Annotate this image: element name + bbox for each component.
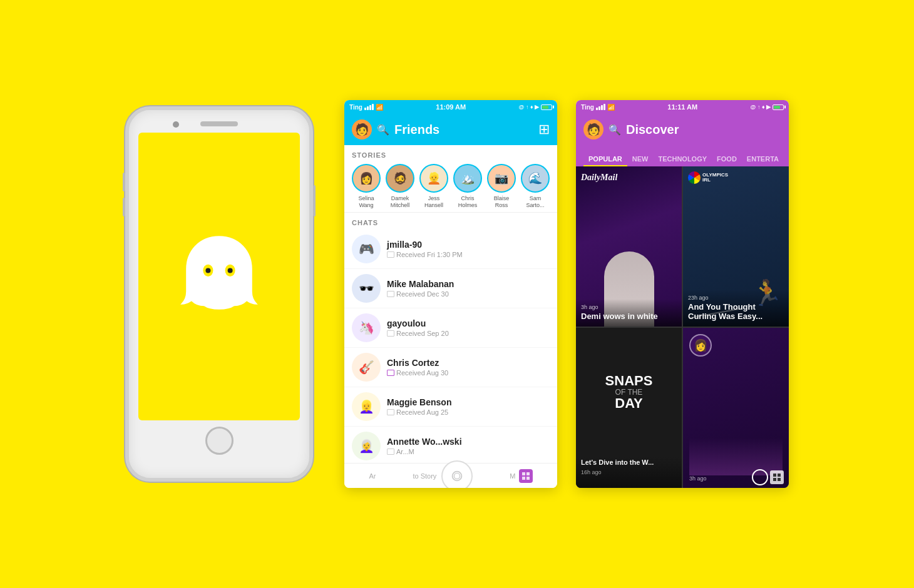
chat-mike[interactable]: 🕶️ Mike Malabanan Received Dec 30: [344, 269, 557, 308]
signal-bar-4: [372, 104, 374, 110]
friends-status-bar: Ting 📶 11:09 AM @ ↑ ♦ ▶: [344, 100, 557, 114]
story-selina[interactable]: 👩 Selina Wang: [352, 164, 381, 209]
discover-screen: Ting 📶 11:11 AM @ ↑ ♦ ▶ 🧑 🔍 Discover: [576, 100, 789, 488]
tab-new[interactable]: NEW: [627, 153, 654, 166]
chat-maggie[interactable]: 👱‍♀️ Maggie Benson Received Aug 25: [344, 387, 557, 427]
chat-avatar-annette: 👩‍🦳: [352, 432, 381, 460]
tab-entertainment[interactable]: ENTERTA: [742, 153, 784, 166]
camera-icon: [450, 469, 464, 483]
story-name-selina: Selina Wang: [352, 195, 381, 209]
chat-annette[interactable]: 👩‍🦳 Annette Wo...wski Ar...M: [344, 427, 557, 463]
discover-card-olympics[interactable]: OLYMPICS IRL 🏃 23h ago And You Thought C…: [683, 166, 789, 327]
chat-icon-gayoulou: [387, 330, 394, 337]
olympics-time: 23h ago: [688, 295, 784, 301]
svg-rect-7: [526, 472, 530, 475]
story-jess[interactable]: 👱 Jess Hansell: [419, 164, 448, 209]
tab-food[interactable]: FOOD: [712, 153, 742, 166]
bottom-left-text: Ar: [369, 472, 376, 480]
tab-technology[interactable]: TECHNOLOGY: [653, 153, 712, 166]
story-sam[interactable]: 🌊 Sam Sarto...: [521, 164, 550, 209]
story-avatar-sam: 🌊: [521, 164, 550, 193]
chat-name-gayoulou: gayoulou: [387, 318, 550, 328]
bottom-to-story: to Story: [413, 472, 436, 480]
svg-point-3: [228, 268, 233, 273]
chat-icon-chris-cortez: [387, 370, 394, 376]
story-avatar-damek: 🧔: [386, 164, 414, 193]
story-chris-holmes[interactable]: 🏔️ Chris Holmes: [453, 164, 482, 209]
discover-time: 11:11 AM: [667, 103, 697, 111]
svg-rect-6: [522, 472, 525, 475]
chat-sub-maggie: Received Aug 25: [387, 408, 550, 416]
phone-side-button-left-top: [123, 173, 125, 191]
signal-bar-2: [367, 106, 369, 110]
chat-info-jmilla: jmilla-90 Received Fri 1:30 PM: [387, 240, 550, 258]
d-bar4: [603, 104, 605, 110]
discover-card-demi[interactable]: DailyMail 3h ago Demi wows in white: [576, 166, 682, 327]
discover-title: Discover: [626, 123, 679, 137]
signal-bar-1: [364, 108, 366, 110]
search-icon[interactable]: 🔍: [377, 124, 389, 136]
discover-tabs: POPULAR NEW TECHNOLOGY FOOD ENTERTA: [576, 145, 789, 166]
stories-section: STORIES 👩 Selina Wang 🧔 Damek Mitchell 👱…: [344, 145, 557, 213]
discover-signal: [596, 104, 605, 110]
camera-button[interactable]: [441, 460, 473, 489]
olympics-text: OLYMPICS IRL: [702, 173, 728, 183]
discover-carrier: Ting: [581, 104, 594, 111]
phone-device: [125, 106, 313, 482]
chat-avatar-jmilla: 🎮: [352, 235, 381, 263]
discover-content-grid: DailyMail 3h ago Demi wows in white OLYM…: [576, 166, 789, 488]
chat-sub-jmilla: Received Fri 1:30 PM: [387, 251, 550, 258]
tab-popular[interactable]: POPULAR: [583, 153, 627, 166]
nav-circle-icon[interactable]: [752, 469, 768, 485]
bottom-center: to Story: [413, 460, 473, 489]
chat-jmilla[interactable]: 🎮 jmilla-90 Received Fri 1:30 PM: [344, 230, 557, 269]
chat-name-annette: Annette Wo...wski: [387, 437, 550, 447]
nav-grid-icon[interactable]: [770, 470, 784, 484]
add-friend-button[interactable]: ⊞: [538, 121, 550, 138]
discover-card-snaps[interactable]: SNAPS OF THE DAY 16h ago Let's Dive into…: [576, 328, 682, 488]
status-icons: @ ↑ ♦ ▶: [519, 104, 539, 110]
phone-side-button-left-bottom: [123, 198, 125, 216]
olympics-overlay: 23h ago And You Thought Curling Was Easy…: [683, 290, 789, 327]
chat-name-mike: Mike Malabanan: [387, 279, 550, 289]
dailymail-logo: DailyMail: [581, 171, 617, 183]
snaps-subtitle: Let's Dive into the W...: [581, 459, 677, 466]
chat-chris-cortez[interactable]: 🎸 Chris Cortez Received Aug 30: [344, 348, 557, 387]
chat-avatar-gayoulou: 🦄: [352, 313, 381, 342]
chat-info-annette: Annette Wo...wski Ar...M: [387, 437, 550, 455]
svg-rect-11: [778, 474, 781, 477]
discover-user-avatar[interactable]: 🧑: [583, 119, 603, 139]
bottom-right-m: M: [510, 472, 515, 480]
svg-rect-10: [773, 474, 776, 477]
snaps-text-block: SNAPS OF THE DAY: [605, 374, 653, 410]
story-name-blaise: Blaise Ross: [487, 195, 516, 209]
friends-header-left: 🧑 🔍 Friends: [352, 119, 439, 139]
friends-header: 🧑 🔍 Friends ⊞: [344, 114, 557, 145]
bottom-right: M: [510, 469, 532, 483]
status-right: @ ↑ ♦ ▶: [519, 104, 552, 110]
discover-nav-icons: [752, 469, 784, 485]
phone-home-button[interactable]: [205, 427, 234, 455]
stories-grid-icon[interactable]: [519, 469, 533, 483]
story-name-jess: Jess Hansell: [419, 195, 448, 209]
main-scene: Ting 📶 11:09 AM @ ↑ ♦ ▶ 🧑 🔍 Friends: [0, 0, 914, 588]
discover-header: 🧑 🔍 Discover: [576, 114, 789, 145]
story-blaise[interactable]: 📷 Blaise Ross: [487, 164, 516, 209]
olympics-title: And You Thought Curling Was Easy...: [688, 302, 784, 322]
snapchat-ghost-icon: [169, 226, 269, 327]
discover-wifi-icon: 📶: [607, 104, 615, 111]
snaps-day-text: DAY: [605, 397, 653, 410]
phone-screen: [138, 133, 300, 420]
nbc-olympics-logo: OLYMPICS IRL: [688, 171, 728, 184]
discover-battery: [773, 104, 784, 110]
story-avatar-selina: 👩: [352, 164, 381, 193]
story-damek[interactable]: 🧔 Damek Mitchell: [386, 164, 414, 209]
user-avatar[interactable]: 🧑: [352, 119, 372, 139]
chat-info-chris-cortez: Chris Cortez Received Aug 30: [387, 358, 550, 377]
chat-gayoulou[interactable]: 🦄 gayoulou Received Sep 20: [344, 308, 557, 348]
discover-status-right: @ ↑ ♦ ▶: [751, 104, 784, 110]
discover-search-icon[interactable]: 🔍: [608, 124, 621, 136]
demi-time: 3h ago: [581, 304, 677, 310]
status-left: Ting 📶: [349, 104, 383, 111]
discover-card-concert[interactable]: 👩 3h ago: [683, 328, 789, 488]
